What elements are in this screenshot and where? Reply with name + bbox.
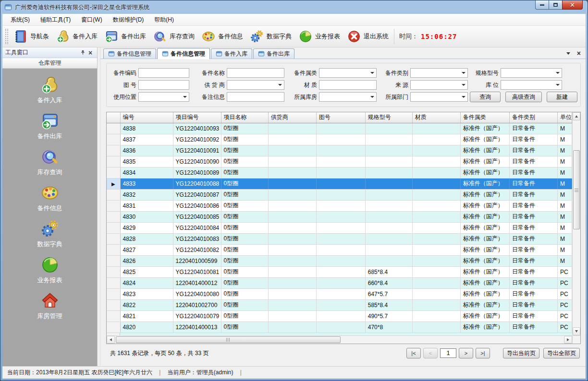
advanced-query-button[interactable]: 高级查询 xyxy=(505,92,542,102)
table-header-cell[interactable]: 图号 xyxy=(316,112,365,123)
material-input[interactable] xyxy=(319,80,377,90)
table-row[interactable]: ▶ 4827 YG12204010082 0型圈 xyxy=(107,244,572,255)
tab[interactable]: 备件入库 xyxy=(211,48,252,59)
table-row[interactable]: ▶ 4831 YG12204010086 0型圈 xyxy=(107,200,572,211)
export-current-page-button[interactable]: 导出当前页 xyxy=(503,348,539,358)
remark-input[interactable] xyxy=(227,92,284,102)
vertical-scroll-track[interactable] xyxy=(573,120,580,327)
menu-item[interactable]: 辅助工具(T) xyxy=(35,14,76,26)
project-no-cell: YG12204010090 xyxy=(173,156,221,167)
vertical-scroll-thumb[interactable] xyxy=(573,150,580,229)
last-page-button[interactable]: >| xyxy=(476,348,490,358)
scroll-right-button[interactable] xyxy=(564,336,572,344)
table-row[interactable]: ▶ 4832 YG12204010087 0型圈 xyxy=(107,189,572,200)
part-name-input[interactable] xyxy=(227,68,284,78)
current-date-text: 当前日期：2013年8月2日星期五 农历癸巳[蛇]年六月廿六 xyxy=(7,369,152,377)
table-row[interactable]: ▶ 4824 1220401400012 0型圈 660*8.4 xyxy=(107,277,572,288)
spec-select[interactable] xyxy=(501,68,562,78)
source-select[interactable] xyxy=(410,80,468,90)
toolbar-button[interactable]: 库存查询 xyxy=(149,28,198,45)
scroll-down-button[interactable] xyxy=(573,327,580,335)
table-header-cell[interactable] xyxy=(107,112,120,123)
vertical-scrollbar[interactable] xyxy=(572,112,580,335)
table-header-cell[interactable]: 供货商 xyxy=(268,112,316,123)
first-page-button[interactable]: |< xyxy=(406,348,421,358)
supplier-select[interactable] xyxy=(227,80,284,90)
table-row[interactable]: ▶ 4838 YG12204010093 0型圈 xyxy=(107,123,572,134)
menu-item[interactable]: 窗口(W) xyxy=(76,14,107,26)
warehouse-select[interactable] xyxy=(319,92,377,102)
tab-list-dropdown-icon[interactable] xyxy=(566,52,570,55)
export-all-pages-button[interactable]: 导出全部页 xyxy=(543,348,580,358)
table-row[interactable]: ▶ 4820 1220401400013 0型圈 470*8 xyxy=(107,321,572,333)
table-header-cell[interactable]: 规格型号 xyxy=(365,112,412,123)
sidebar-item[interactable]: 备件入库 xyxy=(2,71,97,107)
new-button[interactable]: 新建 xyxy=(547,92,577,102)
table-header-cell[interactable]: 备件类别 xyxy=(509,112,557,123)
menu-item[interactable]: 数据维护(D) xyxy=(108,14,149,26)
table-header-cell[interactable]: 项目编号 xyxy=(173,112,221,123)
part-category-select[interactable] xyxy=(410,68,468,78)
sidebar-item[interactable]: 库房管理 xyxy=(2,287,97,323)
table-row[interactable]: ▶ 4822 1220401002700 0型圈 585*8.4 xyxy=(107,299,572,310)
toolbar-button[interactable]: 退出系统 xyxy=(343,28,392,45)
toolbar-button[interactable]: 备件信息 xyxy=(198,28,246,45)
sidebar-item[interactable]: 备件出库 xyxy=(2,107,97,143)
next-page-button[interactable]: > xyxy=(459,348,473,358)
table-header-cell[interactable]: 编号 xyxy=(120,112,173,123)
close-button[interactable]: ✕ xyxy=(562,0,583,10)
toolbar-button[interactable]: 备件入库 xyxy=(52,28,101,45)
table-row[interactable]: ▶ 4828 YG12204010083 0型圈 xyxy=(107,233,572,244)
table-row[interactable]: ▶ 4830 YG12204010085 0型圈 xyxy=(107,211,572,222)
horizontal-scroll-thumb[interactable] xyxy=(116,336,341,343)
sidebar-item[interactable]: 业务报表 xyxy=(2,251,97,287)
part-code-input[interactable] xyxy=(138,68,189,78)
sidebar-item[interactable]: 数据字典 xyxy=(2,215,97,251)
toolbar-button[interactable]: 数据字典 xyxy=(246,28,295,45)
sidebar-item[interactable]: 备件信息 xyxy=(2,179,97,215)
tool-window-close-button[interactable]: × xyxy=(86,49,94,57)
table-row[interactable]: ▶ 4821 YG12204010079 0型圈 490*5.7 xyxy=(107,310,572,321)
drawing-no-input[interactable] xyxy=(138,80,189,90)
tab-close-button[interactable]: × xyxy=(577,50,581,57)
use-position-select[interactable] xyxy=(138,92,189,102)
toolbar-drag-handle-icon[interactable] xyxy=(5,29,8,44)
table-row[interactable]: ▶ 4825 YG12204010081 0型圈 685*8.4 xyxy=(107,266,572,277)
table-row[interactable]: ▶ 4829 YG12204010084 0型圈 xyxy=(107,222,572,233)
table-header-cell[interactable]: 材质 xyxy=(412,112,460,123)
tab[interactable]: 备件信息管理 xyxy=(103,48,156,59)
table-header-cell[interactable]: 备件属类 xyxy=(460,112,509,123)
page-number-input[interactable] xyxy=(440,348,456,358)
toolbar-button[interactable]: 业务报表 xyxy=(295,28,343,45)
part-class-select[interactable] xyxy=(319,68,377,78)
menu-item[interactable]: 帮助(H) xyxy=(149,14,179,26)
scroll-left-button[interactable] xyxy=(107,336,115,344)
tab[interactable]: 备件信息管理 xyxy=(157,48,210,59)
tab[interactable]: 备件出库 xyxy=(253,48,294,59)
table-row[interactable]: ▶ 4823 YG12204010080 0型圈 647*5.7 xyxy=(107,288,572,299)
toolbar-button[interactable]: 导航条 xyxy=(10,28,52,45)
minimize-button[interactable] xyxy=(535,0,549,10)
department-select[interactable] xyxy=(410,92,468,102)
menu-item[interactable]: 系统(S) xyxy=(5,14,35,26)
table-header-cell[interactable]: 项目名称 xyxy=(221,112,268,123)
table-header-cell[interactable]: 单位 xyxy=(557,112,572,123)
toolbar-button[interactable]: 备件出库 xyxy=(101,28,149,45)
location-select[interactable] xyxy=(501,80,562,90)
id-cell: 4832 xyxy=(120,189,173,200)
table-row[interactable]: ▶ 4826 1220401000599 0型圈 xyxy=(107,255,572,266)
report-pie-icon xyxy=(298,29,313,44)
table-row[interactable]: ▶ 4837 YG12204010092 0型圈 xyxy=(107,134,572,145)
maximize-button[interactable] xyxy=(549,0,563,10)
horizontal-scrollbar[interactable] xyxy=(107,335,572,344)
query-button[interactable]: 查询 xyxy=(470,92,501,102)
horizontal-scroll-track[interactable] xyxy=(115,336,564,344)
table-row[interactable]: ▶ 4835 YG12204010090 0型圈 xyxy=(107,156,572,167)
pin-button[interactable] xyxy=(79,49,86,57)
sidebar-item[interactable]: 库存查询 xyxy=(2,143,97,179)
table-row[interactable]: ▶ 4834 YG12204010089 0型圈 xyxy=(107,167,572,178)
scroll-up-button[interactable] xyxy=(573,112,580,120)
prev-page-button[interactable]: < xyxy=(423,348,438,358)
table-row[interactable]: ▶ 4833 YG12204010088 0型圈 xyxy=(107,178,572,189)
table-row[interactable]: ▶ 4836 YG12204010091 0型圈 xyxy=(107,145,572,156)
